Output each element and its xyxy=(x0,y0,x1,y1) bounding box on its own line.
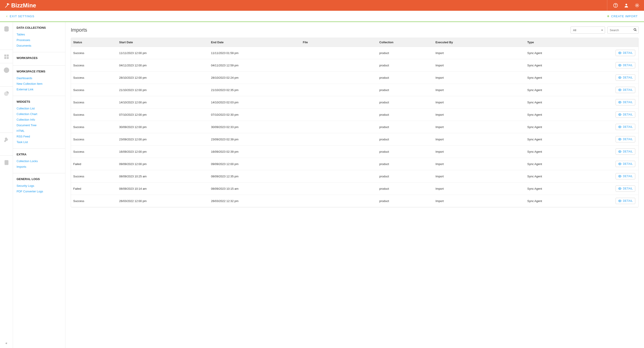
table-row: Failed09/09/2023 12:00 pm09/09/2023 12:0… xyxy=(71,158,638,170)
cell-collection: product xyxy=(377,121,433,133)
rail-general-logs[interactable] xyxy=(0,156,13,173)
cell-end: 08/09/2023 10:15 am xyxy=(209,183,300,195)
topbar-actions xyxy=(607,0,640,11)
create-import-link[interactable]: + CREATE IMPORT xyxy=(607,14,644,19)
sidebar-link[interactable]: Documents xyxy=(16,43,62,48)
cell-collection: product xyxy=(377,170,433,183)
cell-executed_by: Import xyxy=(433,72,525,84)
cell-type: Sync Agent xyxy=(525,96,581,108)
detail-button[interactable]: DETAIL xyxy=(616,161,635,167)
eye-icon xyxy=(618,137,622,141)
sidebar-section-title: WORKSPACE ITEMS xyxy=(16,70,62,73)
status-filter-select[interactable]: All xyxy=(570,27,605,34)
detail-button-label: DETAIL xyxy=(623,138,633,141)
brand-logo[interactable]: BizzMine xyxy=(4,2,36,9)
table-row: Success16/09/2023 12:00 pm16/09/2023 02:… xyxy=(71,145,638,158)
settings-icon[interactable] xyxy=(634,3,640,8)
sidebar-link[interactable]: Collection Info xyxy=(16,117,62,122)
cell-collection: product xyxy=(377,84,433,96)
sidebar-link[interactable]: New Collection Item xyxy=(16,81,62,87)
rail-workspace-items[interactable] xyxy=(0,63,13,87)
cell-collection: product xyxy=(377,96,433,108)
detail-button[interactable]: DETAIL xyxy=(616,148,635,155)
main-content: Imports All ▾ xyxy=(66,22,644,348)
sidebar-link[interactable]: Task List xyxy=(16,139,62,145)
search-icon[interactable] xyxy=(634,28,637,32)
cell-executed_by: Import xyxy=(433,158,525,170)
cell-start: 23/09/2023 12:00 pm xyxy=(117,133,209,145)
sidebar-link[interactable]: RSS Feed xyxy=(16,134,62,139)
rail-workspaces[interactable] xyxy=(0,50,13,63)
cell-start: 30/09/2023 12:00 pm xyxy=(117,121,209,133)
detail-button[interactable]: DETAIL xyxy=(616,74,635,81)
help-icon[interactable] xyxy=(613,3,618,8)
cell-action: DETAIL xyxy=(581,133,638,145)
rail-data-collections[interactable] xyxy=(0,22,13,50)
collapse-rail-button[interactable]: « xyxy=(0,341,13,345)
cell-type: Sync Agent xyxy=(525,72,581,84)
rail-extra[interactable] xyxy=(0,133,13,156)
sidebar-link[interactable]: Imports xyxy=(16,164,62,169)
table-row: Success28/10/2023 12:00 pm28/10/2023 02:… xyxy=(71,72,638,84)
col-type-header: Type xyxy=(525,38,581,47)
detail-button-label: DETAIL xyxy=(623,175,633,178)
detail-button[interactable]: DETAIL xyxy=(616,186,635,192)
sidebar-link[interactable]: PDF Converter Logs xyxy=(16,189,62,194)
detail-button[interactable]: DETAIL xyxy=(616,62,635,68)
cell-type: Sync Agent xyxy=(525,158,581,170)
exit-settings-link[interactable]: ‹ EXIT SETTINGS xyxy=(0,14,34,18)
table-row: Success26/03/2022 12:00 pm26/03/2022 12:… xyxy=(71,195,638,207)
cell-collection: product xyxy=(377,145,433,158)
svg-point-20 xyxy=(619,114,620,115)
cell-file xyxy=(300,170,377,183)
detail-button[interactable]: DETAIL xyxy=(616,136,635,142)
sidebar-link[interactable]: Collection List xyxy=(16,106,62,111)
sidebar-link[interactable]: Document Tree xyxy=(16,122,62,128)
cell-end: 09/09/2023 12:00 pm xyxy=(209,158,300,170)
cell-end: 28/10/2023 02:24 pm xyxy=(209,72,300,84)
detail-button[interactable]: DETAIL xyxy=(616,111,635,118)
cell-collection: product xyxy=(377,47,433,59)
svg-point-2 xyxy=(626,4,627,5)
cell-collection: product xyxy=(377,72,433,84)
cell-file xyxy=(300,145,377,158)
cell-file xyxy=(300,96,377,108)
brand-text: BizzMine xyxy=(11,2,36,9)
svg-point-25 xyxy=(619,176,620,177)
sidebar-link[interactable]: External Link xyxy=(16,87,62,92)
table-row: Failed08/09/2023 10:14 am08/09/2023 10:1… xyxy=(71,183,638,195)
sidebar-link[interactable]: HTML xyxy=(16,128,62,134)
detail-button[interactable]: DETAIL xyxy=(616,124,635,130)
detail-button[interactable]: DETAIL xyxy=(616,173,635,179)
eye-icon xyxy=(618,125,622,129)
cell-status: Success xyxy=(71,121,117,133)
sidebar-link[interactable]: Tables xyxy=(16,32,62,37)
eye-icon xyxy=(618,162,622,166)
sidebar-link[interactable]: Security Logs xyxy=(16,183,62,189)
user-icon[interactable] xyxy=(624,3,629,8)
detail-button[interactable]: DETAIL xyxy=(616,50,635,56)
cell-action: DETAIL xyxy=(581,96,638,108)
cell-status: Failed xyxy=(71,158,117,170)
svg-rect-5 xyxy=(7,55,9,57)
sidebar-section: DATA COLLECTIONSTablesProcessesDocuments xyxy=(13,22,65,52)
col-start-header: Start Date xyxy=(117,38,209,47)
clipboard-icon xyxy=(4,160,10,165)
cell-action: DETAIL xyxy=(581,183,638,195)
rail-widgets[interactable] xyxy=(0,87,13,133)
cell-start: 08/09/2023 10:14 am xyxy=(117,183,209,195)
detail-button[interactable]: DETAIL xyxy=(616,99,635,105)
database-icon xyxy=(4,26,10,32)
detail-button[interactable]: DETAIL xyxy=(616,87,635,93)
col-end-header: End Date xyxy=(209,38,300,47)
detail-button-label: DETAIL xyxy=(623,101,633,104)
detail-button[interactable]: DETAIL xyxy=(616,198,635,204)
sidebar-link[interactable]: Collection Locks xyxy=(16,158,62,164)
sidebar-link[interactable]: Collection Chart xyxy=(16,111,62,117)
sidebar-link[interactable]: Processes xyxy=(16,37,62,43)
svg-point-22 xyxy=(619,139,620,140)
cell-end: 14/10/2023 02:03 pm xyxy=(209,96,300,108)
svg-point-24 xyxy=(619,163,620,164)
cell-start: 11/11/2023 12:00 pm xyxy=(117,47,209,59)
sidebar-link[interactable]: Dashboards xyxy=(16,75,62,81)
